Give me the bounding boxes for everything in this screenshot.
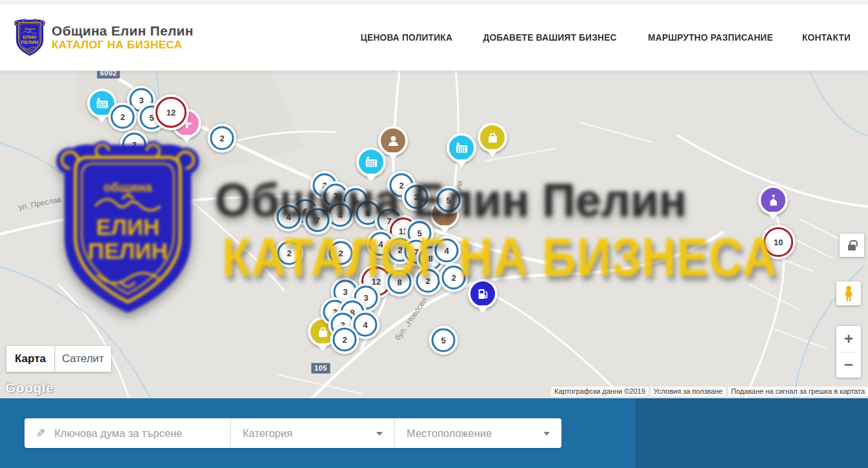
- cluster-count: 12: [167, 108, 176, 117]
- bag-icon: [478, 123, 507, 152]
- svg-text:община: община: [25, 27, 35, 30]
- nav-item-add-business[interactable]: ДОБАВЕТЕ ВАШИЯТ БИЗНЕС: [483, 32, 616, 43]
- zoom-out-button[interactable]: −: [836, 352, 861, 378]
- keyword-field: ✎: [25, 418, 231, 448]
- search-bar: ✎ Категория Местоположение ⚙ ТЪРСЕНЕ: [0, 398, 868, 468]
- page: община ЕЛИН ПЕЛИН Община Елин Пелин КАТА…: [0, 0, 868, 468]
- map-cluster-marker[interactable]: 12: [153, 94, 189, 130]
- cluster-count: 2: [342, 335, 347, 345]
- category-dropdown-label: Категория: [243, 427, 292, 440]
- search-bar-right-panel: [636, 398, 868, 468]
- cluster-count: 3: [139, 96, 143, 105]
- svg-text:община: община: [103, 180, 152, 194]
- attribution-terms-link[interactable]: Условия за ползване: [651, 387, 726, 396]
- location-dropdown-label: Местоположение: [407, 427, 492, 440]
- map-pin-marker-bag[interactable]: [478, 123, 507, 152]
- cluster-count: 5: [441, 336, 445, 345]
- cluster-count: 3: [363, 293, 368, 303]
- pegman-button[interactable]: [836, 281, 861, 305]
- location-dropdown[interactable]: Местоположение: [395, 418, 561, 448]
- attribution-report-link[interactable]: Подаване на сигнал за грешка в картата: [728, 387, 868, 396]
- lock-icon: [848, 245, 856, 250]
- main-nav: ЦЕНОВА ПОЛИТИКА ДОБАВЕТЕ ВАШИЯТ БИЗНЕС М…: [358, 32, 852, 43]
- factory-icon: [447, 133, 476, 163]
- map-pin-marker-factory[interactable]: [447, 133, 476, 163]
- site-subtitle: КАТАЛОГ НА БИЗНЕСА: [52, 39, 194, 52]
- zoom-control: + −: [836, 326, 861, 378]
- svg-text:ПЕЛИН: ПЕЛИН: [21, 39, 38, 45]
- road-number-label: 6002: [97, 71, 120, 79]
- watermark-subtitle: КАТАЛОГ НА БИЗНЕСА: [222, 227, 777, 289]
- map-view-button[interactable]: Карта: [6, 346, 54, 372]
- nav-item-contacts[interactable]: КОНТАКТИ: [802, 32, 851, 43]
- map-cluster-marker[interactable]: 5: [429, 326, 458, 355]
- map-cluster-marker[interactable]: 2: [208, 124, 237, 153]
- cluster-count: 4: [363, 320, 367, 330]
- header: община ЕЛИН ПЕЛИН Община Елин Пелин КАТА…: [0, 0, 868, 71]
- lock-button[interactable]: [840, 234, 864, 257]
- logo-text: Община Елин Пелин КАТАЛОГ НА БИЗНЕСА: [52, 23, 194, 52]
- satellite-view-button[interactable]: Сателит: [54, 346, 111, 372]
- nav-item-pricing[interactable]: ЦЕНОВА ПОЛИТИКА: [361, 32, 452, 43]
- keyword-input[interactable]: [53, 427, 230, 440]
- map-cluster-marker[interactable]: 2: [108, 103, 137, 132]
- attribution-copyright: Картографски данни ©2019: [551, 387, 649, 396]
- pegman-icon: [843, 286, 854, 301]
- watermark-emblem: община ЕЛИН ПЕЛИН: [55, 137, 201, 318]
- svg-text:ЕЛИН: ЕЛИН: [96, 214, 159, 239]
- map-attribution: Картографски данни ©2019 Условия за полз…: [551, 387, 868, 396]
- pencil-icon: ✎: [36, 427, 45, 440]
- map-pin-marker-church[interactable]: [758, 185, 788, 215]
- cluster-count: 2: [120, 112, 125, 122]
- logo[interactable]: община ЕЛИН ПЕЛИН Община Елин Пелин КАТА…: [14, 17, 194, 57]
- google-logo[interactable]: Google: [5, 380, 54, 396]
- svg-text:ПЕЛИН: ПЕЛИН: [88, 238, 168, 263]
- church-icon: [758, 185, 788, 215]
- category-dropdown[interactable]: Категория: [231, 418, 395, 448]
- map-type-control: Карта Сателит: [6, 346, 111, 372]
- municipality-emblem-icon: община ЕЛИН ПЕЛИН: [14, 17, 45, 57]
- cluster-count: 2: [219, 134, 224, 143]
- nav-item-route-schedule[interactable]: МАРШРУТНО РАЗПИСАНИЕ: [648, 32, 773, 43]
- search-fields: ✎ Категория Местоположение: [25, 418, 561, 448]
- road-number-label: 105: [311, 363, 330, 374]
- zoom-in-button[interactable]: +: [836, 326, 861, 352]
- chevron-down-icon: [543, 432, 550, 436]
- chevron-down-icon: [376, 432, 383, 436]
- map-cluster-marker[interactable]: 2: [330, 325, 359, 354]
- map[interactable]: ул. Преславбул. „Новоселции 6002105 3 2 …: [0, 71, 868, 398]
- site-title: Община Елин Пелин: [52, 23, 194, 39]
- watermark-title: Община Елин Пелин: [215, 173, 687, 227]
